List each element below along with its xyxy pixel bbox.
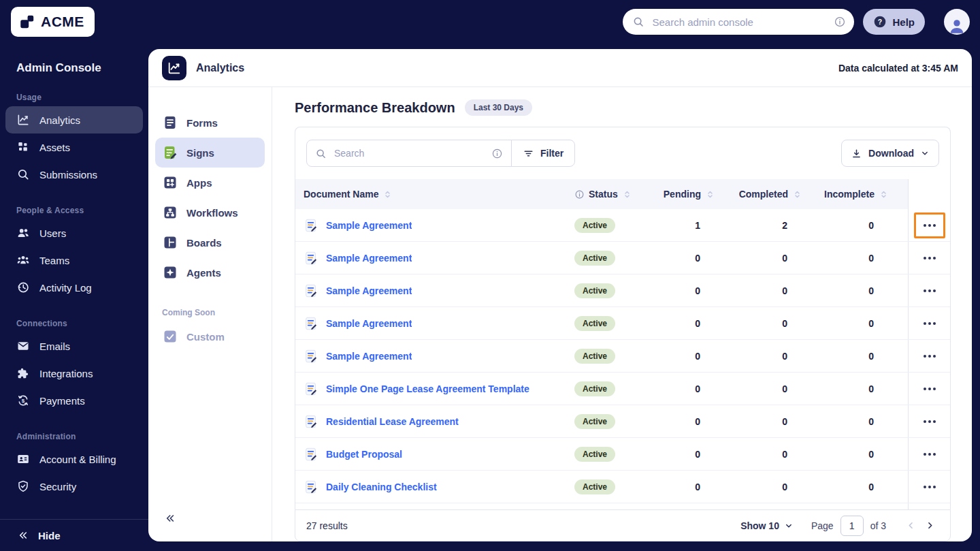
row-actions-button[interactable] [917, 380, 942, 398]
row-actions-button[interactable] [917, 413, 942, 430]
pending-cell: 0 [653, 438, 721, 470]
column-header-incomplete[interactable]: Incomplete [808, 179, 894, 209]
document-link[interactable]: Budget Proposal [326, 449, 402, 460]
product-nav-item-agents[interactable]: Agents [155, 257, 265, 287]
admin-search-bar [623, 9, 854, 35]
product-nav-item-apps[interactable]: Apps [155, 168, 265, 198]
column-header-completed[interactable]: Completed [721, 179, 808, 209]
page-number-input[interactable] [840, 516, 864, 536]
sign-document-icon [304, 218, 318, 233]
sidebar-item-teams[interactable]: Teams [0, 247, 148, 274]
column-label: Pending [664, 189, 701, 200]
status-badge: Active [574, 316, 615, 331]
document-link[interactable]: Sample Agreement [326, 318, 412, 329]
incomplete-cell: 0 [808, 274, 894, 306]
sign-document-icon [304, 251, 318, 266]
page-label: Page [811, 520, 834, 531]
column-header-pending[interactable]: Pending [653, 179, 721, 209]
content-area: Performance Breakdown Last 30 Days [272, 87, 972, 541]
document-name-cell: Sample Agreement [295, 307, 574, 339]
product-nav-item-forms[interactable]: Forms [155, 108, 265, 138]
sidebar-item-users[interactable]: Users [0, 219, 148, 247]
page-size-select[interactable]: Show 10 [740, 520, 794, 531]
sidebar-item-submissions[interactable]: Submissions [0, 161, 148, 188]
sidebar-item-account-billing[interactable]: Account & Billing [0, 445, 148, 473]
filter-icon [523, 148, 534, 159]
sidebar-item-integrations[interactable]: Integrations [0, 360, 148, 387]
hide-sidebar-button[interactable]: Hide [0, 519, 148, 551]
custom-icon [162, 328, 178, 345]
user-avatar[interactable] [944, 9, 970, 35]
sidebar-item-emails[interactable]: Emails [0, 332, 148, 360]
row-actions-button[interactable] [917, 217, 942, 234]
sidebar-item-label: Security [39, 481, 76, 492]
row-actions-button[interactable] [917, 478, 942, 496]
product-nav-item-workflows[interactable]: Workflows [155, 198, 265, 227]
next-page-button[interactable] [920, 516, 939, 535]
sort-icon[interactable] [792, 189, 802, 200]
row-spacer [894, 307, 908, 339]
document-link[interactable]: Sample Agreement [326, 253, 412, 264]
sort-icon[interactable] [705, 189, 715, 200]
column-header-document-name[interactable]: Document Name [295, 179, 574, 209]
highlight-box [914, 376, 945, 402]
completed-cell: 0 [721, 274, 808, 306]
table-header: Document Name Status [295, 179, 950, 209]
sign-document-icon [304, 479, 318, 494]
acme-logo[interactable]: ACME [11, 7, 95, 37]
info-icon[interactable] [834, 16, 846, 28]
status-cell: Active [574, 405, 653, 437]
column-header-status[interactable]: Status [574, 179, 653, 209]
chevron-down-icon [920, 148, 930, 158]
document-link[interactable]: Sample Agreement [326, 220, 412, 231]
sidebar-item-label: Assets [39, 142, 70, 153]
product-nav-label: Forms [186, 117, 218, 129]
info-icon[interactable] [491, 148, 503, 159]
sign-document-icon [304, 414, 318, 429]
sort-icon[interactable] [879, 189, 889, 200]
hide-label: Hide [38, 530, 61, 541]
actions-cell [908, 340, 950, 372]
row-actions-button[interactable] [917, 445, 942, 463]
help-button[interactable]: ? Help [863, 9, 925, 35]
highlight-box [914, 474, 945, 500]
table-search-input[interactable] [333, 147, 485, 159]
highlight-box [914, 278, 945, 304]
document-link[interactable]: Sample Agreement [326, 285, 412, 296]
sidebar-item-security[interactable]: Security [0, 473, 148, 500]
svg-text:?: ? [878, 18, 882, 26]
document-link[interactable]: Sample Agreement [326, 351, 412, 362]
pending-cell: 0 [653, 307, 721, 339]
svg-text:$: $ [22, 398, 25, 404]
page-title: Performance Breakdown [295, 100, 455, 116]
row-actions-button[interactable] [917, 282, 942, 300]
sort-icon[interactable] [622, 189, 632, 200]
document-link[interactable]: Daily Cleaning Checklist [326, 482, 437, 492]
product-nav-label: Workflows [186, 207, 238, 219]
highlight-box [914, 311, 945, 336]
admin-search-input[interactable] [651, 16, 828, 29]
document-link[interactable]: Simple One Page Lease Agreement Template [326, 383, 529, 394]
sidebar-item-assets[interactable]: Assets [0, 133, 148, 161]
table-row: Residential Lease Agreement Active 0 0 0 [295, 405, 950, 438]
product-nav-item-custom[interactable]: Custom [155, 321, 265, 351]
row-actions-button[interactable] [917, 315, 942, 332]
sidebar-item-activity-log[interactable]: Activity Log [0, 274, 148, 301]
status-badge: Active [574, 283, 615, 298]
product-nav-item-signs[interactable]: Signs [155, 138, 265, 168]
row-actions-button[interactable] [917, 249, 942, 267]
column-spacer [894, 179, 908, 209]
download-button[interactable]: Download [841, 140, 939, 167]
product-nav-item-boards[interactable]: Boards [155, 227, 265, 257]
document-link[interactable]: Residential Lease Agreement [326, 416, 459, 427]
collapse-nav-button[interactable] [165, 513, 176, 524]
sort-icon[interactable] [382, 189, 393, 200]
workflows-icon [162, 204, 178, 221]
filter-button[interactable]: Filter [511, 140, 575, 167]
sidebar-item-analytics[interactable]: Analytics [5, 106, 143, 133]
info-icon[interactable] [574, 189, 585, 200]
signs-icon [162, 144, 178, 161]
row-actions-button[interactable] [917, 347, 942, 365]
sidebar-item-payments[interactable]: $ Payments [0, 387, 148, 414]
previous-page-button[interactable] [901, 516, 920, 535]
